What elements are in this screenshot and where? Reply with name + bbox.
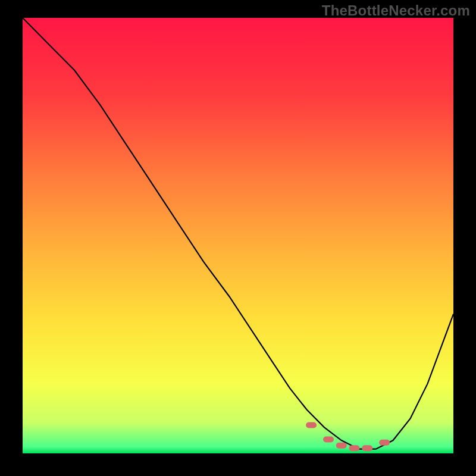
marker-dot (323, 437, 334, 443)
chart-svg (23, 18, 453, 453)
watermark-text: TheBottleNecker.com (322, 2, 470, 19)
marker-dot (306, 422, 317, 428)
plot-area (23, 18, 453, 453)
marker-dot (379, 440, 390, 446)
chart-frame: TheBottleNecker.com (0, 0, 476, 476)
marker-dot (336, 443, 347, 449)
marker-dot (349, 445, 359, 451)
gradient-background (23, 18, 453, 453)
marker-dot (362, 445, 372, 451)
